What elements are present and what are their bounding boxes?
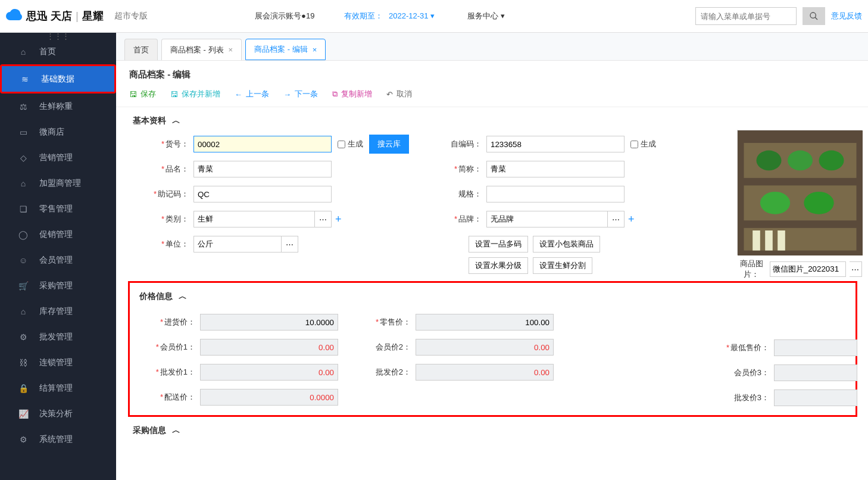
- add-brand-button[interactable]: +: [628, 213, 635, 226]
- dist-price-input[interactable]: [200, 389, 338, 406]
- image-label: 商品图片：: [737, 258, 766, 280]
- whole3-price-input[interactable]: [774, 389, 857, 406]
- whole2-price-input[interactable]: [416, 364, 554, 381]
- name-input[interactable]: [193, 161, 332, 177]
- sidebar-item-home[interactable]: ⌂首页: [0, 39, 116, 64]
- member1-price-input[interactable]: [200, 339, 338, 356]
- cancel-button[interactable]: ↶取消: [386, 89, 412, 99]
- short-input[interactable]: [486, 161, 625, 177]
- cart-icon: 🛒: [17, 279, 30, 292]
- save-new-button[interactable]: 🖫保存并新增: [170, 89, 220, 99]
- sidebar-item-member[interactable]: ☺会员管理: [0, 247, 116, 273]
- image-picker-button[interactable]: ⋯: [850, 261, 862, 277]
- category-picker-button[interactable]: ⋯: [315, 211, 332, 227]
- copy-new-button[interactable]: ⧉复制新增: [332, 89, 372, 99]
- prev-button[interactable]: ←上一条: [235, 89, 269, 99]
- gear-icon: ⚙: [17, 433, 30, 446]
- set-fruit-level-button[interactable]: 设置水果分级: [469, 257, 528, 274]
- save-icon: 🖫: [170, 90, 178, 99]
- sidebar-collapse-handle[interactable]: ⋮⋮⋮: [0, 33, 116, 39]
- brand-input[interactable]: [486, 211, 608, 227]
- sidebar-item-settlement[interactable]: 🔒结算管理: [0, 375, 116, 401]
- member3-price-input[interactable]: [774, 364, 857, 381]
- set-multicode-button[interactable]: 设置一品多码: [469, 236, 528, 253]
- person-icon: ☺: [17, 254, 30, 267]
- sidebar-item-retail[interactable]: ❏零售管理: [0, 196, 116, 222]
- retail-price-input[interactable]: [416, 314, 554, 331]
- edition-label: 超市专版: [114, 11, 148, 21]
- svg-point-0: [810, 13, 816, 18]
- feedback-link[interactable]: 意见反馈: [831, 11, 862, 21]
- tab-product-list[interactable]: 商品档案 - 列表×: [161, 39, 242, 60]
- chart-icon: 📈: [17, 407, 30, 420]
- set-fresh-cut-button[interactable]: 设置生鲜分割: [533, 257, 592, 274]
- top-bar: 思迅 天店 | 星耀 超市专版 展会演示账号●19 有效期至： 2022-12-…: [0, 0, 868, 33]
- add-category-button[interactable]: +: [335, 213, 342, 226]
- sidebar-item-analysis[interactable]: 📈决策分析: [0, 401, 116, 426]
- sidebar-item-wholesale[interactable]: ⚙批发管理: [0, 324, 116, 350]
- expire-block[interactable]: 有效期至： 2022-12-31 ▾: [344, 11, 435, 21]
- service-center-link[interactable]: 服务中心 ▾: [467, 11, 505, 21]
- expire-date[interactable]: 2022-12-31: [389, 11, 429, 20]
- svg-rect-10: [744, 228, 857, 251]
- svg-point-4: [757, 151, 782, 171]
- sidebar-item-system[interactable]: ⚙系统管理: [0, 426, 116, 452]
- home-icon: ⌂: [17, 45, 30, 58]
- page-title: 商品档案 - 编辑: [116, 61, 868, 85]
- shop-icon: ⌂: [17, 177, 30, 190]
- gen-sku-checkbox[interactable]: [338, 141, 345, 148]
- close-icon[interactable]: ×: [313, 45, 317, 54]
- chevron-down-icon: ▾: [430, 11, 435, 20]
- sidebar-item-microshop[interactable]: ▭微商店: [0, 119, 116, 145]
- sidebar-item-marketing[interactable]: ◇营销管理: [0, 145, 116, 170]
- save-button[interactable]: 🖫保存: [129, 89, 156, 99]
- sidebar-item-chain[interactable]: ⛓连锁管理: [0, 350, 116, 375]
- global-search-button[interactable]: [803, 7, 825, 25]
- brand-picker-button[interactable]: ⋯: [608, 211, 625, 227]
- brand-logo: 思迅 天店 | 星耀: [6, 8, 104, 24]
- sidebar-item-promotion[interactable]: ◯促销管理: [0, 222, 116, 247]
- section-price-header[interactable]: 价格信息 ︿: [135, 283, 851, 306]
- megaphone-icon: ◯: [17, 228, 30, 241]
- tab-product-edit[interactable]: 商品档案 - 编辑×: [245, 39, 326, 60]
- set-pack-button[interactable]: 设置小包装商品: [533, 236, 600, 253]
- sidebar-item-fresh-scale[interactable]: ⚖生鲜称重: [0, 93, 116, 119]
- selfcode-input[interactable]: [486, 136, 625, 152]
- chevron-down-icon: ▾: [501, 11, 505, 20]
- gen-selfcode-checkbox[interactable]: [630, 141, 638, 148]
- svg-rect-11: [753, 230, 760, 251]
- warehouse-icon: ⌂: [17, 305, 30, 318]
- cost-price-input[interactable]: [200, 314, 338, 331]
- close-icon[interactable]: ×: [229, 45, 233, 54]
- section-purchase-header[interactable]: 采购信息 ︿: [116, 417, 868, 440]
- svg-rect-12: [765, 230, 773, 251]
- unit-picker-button[interactable]: ⋯: [282, 236, 298, 253]
- cloud-icon: [6, 8, 23, 24]
- diamond-icon: ◇: [17, 151, 30, 164]
- sidebar-item-franchise[interactable]: ⌂加盟商管理: [0, 170, 116, 196]
- image-filename-input[interactable]: [770, 261, 846, 277]
- truck-icon: ⚙: [17, 331, 30, 344]
- category-input[interactable]: [193, 211, 315, 227]
- action-toolbar: 🖫保存 🖫保存并新增 ←上一条 →下一条 ⧉复制新增 ↶取消: [116, 85, 868, 107]
- member2-price-input[interactable]: [416, 339, 554, 356]
- sku-input[interactable]: [193, 136, 332, 152]
- search-cloud-button[interactable]: 搜云库: [369, 135, 409, 154]
- section-basic-header[interactable]: 基本资料 ︿: [116, 107, 868, 130]
- sidebar-item-purchase[interactable]: 🛒采购管理: [0, 273, 116, 298]
- sidebar-item-basic-data[interactable]: ≋基础数据: [2, 66, 114, 92]
- whole1-price-input[interactable]: [200, 364, 338, 381]
- tab-bar: 首页 商品档案 - 列表× 商品档案 - 编辑×: [116, 33, 868, 60]
- arrow-right-icon: →: [283, 90, 291, 99]
- sidebar-item-stock[interactable]: ⌂库存管理: [0, 298, 116, 324]
- sidebar: ⋮⋮⋮ ⌂首页 ≋基础数据 ⚖生鲜称重 ▭微商店 ◇营销管理 ⌂加盟商管理 ❏零…: [0, 33, 116, 480]
- tab-home[interactable]: 首页: [124, 39, 158, 60]
- next-button[interactable]: →下一条: [283, 89, 318, 99]
- unit-input[interactable]: [193, 236, 282, 253]
- product-image[interactable]: [737, 130, 862, 255]
- mnemonic-input[interactable]: [193, 186, 332, 202]
- account-label: 展会演示账号●19: [255, 11, 314, 21]
- minsale-price-input[interactable]: [774, 339, 857, 356]
- spec-input[interactable]: [486, 186, 625, 202]
- global-search-input[interactable]: [695, 7, 797, 25]
